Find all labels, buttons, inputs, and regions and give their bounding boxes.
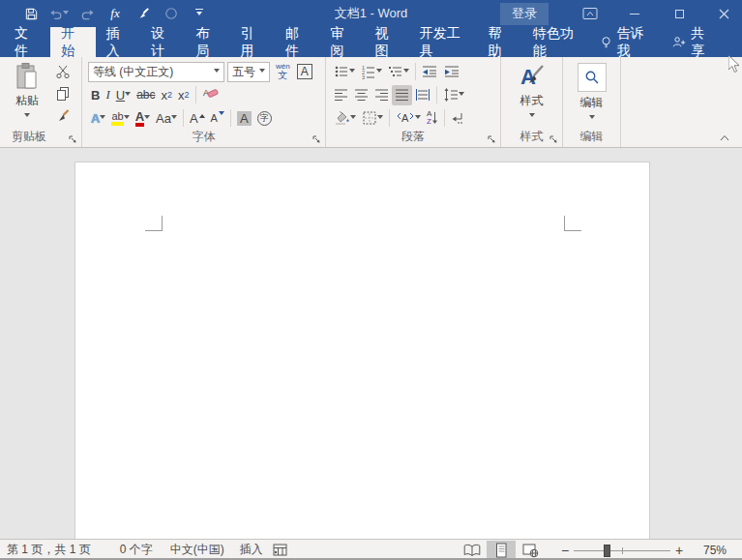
clear-formatting-button[interactable]: A [199,85,223,105]
underline-button[interactable]: U [113,85,134,105]
character-shading-button[interactable]: A [234,108,254,129]
undo-button[interactable] [49,4,69,23]
styles-button[interactable]: A 样式 [501,60,562,120]
tab-references[interactable]: 引用 [230,27,275,57]
insert-mode-status[interactable]: 插入 [236,542,267,558]
numbering-button[interactable]: 123 [358,62,385,82]
bold-button[interactable]: B [88,85,103,105]
redo-button[interactable] [77,4,97,23]
cropmark-top-right [564,216,581,231]
enclose-characters-button[interactable]: 字 [254,108,275,129]
language-status[interactable]: 中文(中国) [166,542,228,558]
dialog-launcher-icon [68,134,77,144]
tab-layout[interactable]: 布局 [185,27,229,57]
multilevel-list-button[interactable] [385,62,412,82]
strikethrough-button[interactable]: abc [134,85,158,105]
tab-mailings[interactable]: 邮件 [275,27,319,57]
read-mode-button[interactable] [458,541,487,560]
styles-icon: A [518,63,547,90]
tab-help[interactable]: 帮助 [477,27,521,57]
copy-button[interactable] [52,84,74,103]
tab-insert[interactable]: 插入 [96,27,140,57]
customize-qat-button[interactable] [190,4,209,23]
insert-function-button[interactable]: fx [105,4,125,23]
tab-file[interactable]: 文件 [2,27,50,57]
tell-me-box[interactable]: 告诉我 [590,27,662,57]
collapse-ribbon-button[interactable] [717,132,732,143]
align-center-button[interactable] [351,85,371,105]
character-border-button[interactable]: A [297,64,312,79]
touch-mode-icon [164,7,178,20]
shading-button[interactable] [331,108,359,129]
web-layout-button[interactable] [516,541,545,560]
editing-dropdown-icon [589,115,595,122]
zoom-level[interactable]: 75% [688,544,727,557]
cut-icon [55,64,71,79]
borders-button[interactable] [359,108,386,129]
format-painter-button[interactable] [52,106,74,126]
format-painter-qat-button[interactable] [134,4,153,23]
shrink-font-button[interactable]: A [208,108,227,129]
function-icon: fx [110,6,119,21]
minimize-button[interactable] [620,0,649,27]
editing-button[interactable]: 编辑 [563,60,620,122]
superscript-button[interactable]: x2 [175,85,193,105]
zoom-out-button[interactable]: − [556,543,574,558]
justify-button[interactable] [392,85,412,105]
zoom-slider-center-tick [622,547,623,554]
font-dialog-launcher[interactable] [311,133,321,144]
align-right-button[interactable] [371,85,392,105]
tab-review[interactable]: 审阅 [319,27,364,57]
show-hide-marks-button[interactable] [448,108,467,129]
subscript-button[interactable]: x2 [158,85,175,105]
ribbon-display-options-icon [582,7,598,20]
maximize-button[interactable] [665,0,694,27]
word-count-status[interactable]: 0 个字 [116,542,157,558]
save-button[interactable] [21,4,41,23]
align-left-button[interactable] [331,85,351,105]
text-effects-button[interactable]: A [88,108,108,129]
copy-icon [55,86,71,102]
styles-dialog-launcher[interactable] [548,133,558,144]
decrease-indent-icon [422,64,438,79]
bullets-button[interactable] [331,62,358,82]
zoom-slider-thumb[interactable] [604,545,610,557]
italic-button[interactable]: I [103,85,112,105]
tab-home[interactable]: 开始 [50,27,95,57]
clipboard-dialog-launcher[interactable] [67,133,77,144]
paragraph-dialog-launcher[interactable] [486,133,496,144]
font-size-combo[interactable]: 五号 [227,62,270,82]
grow-font-button[interactable]: A [187,108,208,129]
ribbon-display-options-button[interactable] [576,0,605,27]
font-color-button[interactable]: A [133,108,153,129]
tab-design[interactable]: 设计 [140,27,185,57]
increase-indent-button[interactable] [441,62,463,82]
zoom-in-button[interactable]: + [670,543,688,558]
macro-record-button[interactable] [273,544,287,556]
asian-layout-button[interactable]: A [393,108,424,129]
print-layout-button[interactable] [487,541,516,560]
dialog-launcher-icon [549,134,558,144]
line-spacing-button[interactable] [440,85,467,105]
share-button[interactable]: 共享 [662,27,725,57]
highlight-color-button[interactable]: ab [108,108,132,129]
font-name-combo[interactable]: 等线 (中文正文) [88,62,224,82]
distribute-text-button[interactable] [412,85,433,105]
phonetic-guide-button[interactable]: wén 文 [276,63,290,80]
tab-special-features[interactable]: 特色功能 [522,27,591,57]
paragraph-group-label: 段落 [326,129,500,145]
document-page[interactable] [74,162,650,539]
touch-mode-button[interactable] [162,4,181,23]
tab-developer[interactable]: 开发工具 [409,27,478,57]
zoom-slider[interactable] [574,541,670,560]
tab-view[interactable]: 视图 [365,27,409,57]
paste-button[interactable]: 粘贴 [6,60,48,126]
bullets-icon [334,64,349,79]
page-count-status[interactable]: 第 1 页，共 1 页 [3,542,95,558]
cut-button[interactable] [52,62,74,81]
signin-button[interactable]: 登录 [500,3,549,25]
sort-button[interactable]: A Z [424,108,441,129]
decrease-indent-button[interactable] [419,62,441,82]
close-button[interactable] [709,0,738,27]
change-case-button[interactable]: Aa [153,108,180,129]
